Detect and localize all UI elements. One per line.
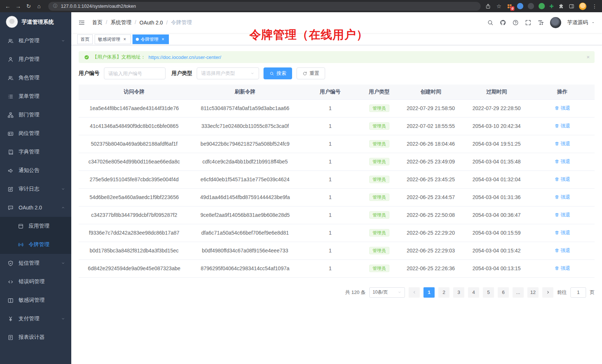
page-button-1[interactable]: 1 <box>423 287 435 298</box>
fullscreen-icon[interactable] <box>525 19 531 26</box>
bookmark-star-icon[interactable]: ☆ <box>495 1 502 11</box>
sidebar-item-errcode[interactable]: 错误码管理 <box>0 272 71 291</box>
address-bar[interactable]: ⓘ 127.0.0.1:1024/system/oauth2/token <box>48 2 481 11</box>
next-page-button[interactable] <box>542 287 553 298</box>
extension-blue-icon[interactable] <box>517 3 523 9</box>
force-logout-button[interactable]: 强退 <box>554 123 570 129</box>
sidebar-item-sms[interactable]: 短信管理 <box>0 254 71 272</box>
prev-page-button[interactable] <box>409 287 420 298</box>
page-button-2[interactable]: 2 <box>438 287 449 298</box>
site-info-icon[interactable]: ⓘ <box>53 3 58 9</box>
sidebar-item-pay[interactable]: 支付管理 <box>0 310 71 328</box>
collapse-menu-icon[interactable] <box>78 19 85 26</box>
browser-back-icon[interactable]: ← <box>3 1 13 11</box>
list-icon <box>7 93 14 100</box>
user-id-cell: 1 <box>301 117 360 135</box>
sidebar-item-label: 字典管理 <box>19 149 65 155</box>
sidebar-item-sensitive[interactable]: 敏感词管理 <box>0 291 71 310</box>
sidebar-item-tenant[interactable]: 租户管理 <box>0 32 71 50</box>
columns-icon <box>7 297 14 304</box>
help-icon[interactable] <box>512 19 519 26</box>
browser-menu-icon[interactable]: ⋮ <box>591 3 598 9</box>
user-id-cell: 1 <box>301 224 360 242</box>
megaphone-icon <box>7 168 14 174</box>
font-size-icon[interactable] <box>537 19 544 26</box>
breadcrumb-item-oauth2[interactable]: OAuth 2.0 <box>140 20 171 26</box>
browser-forward-icon[interactable]: → <box>13 1 23 11</box>
sidebar-item-menu[interactable]: 菜单管理 <box>0 87 71 106</box>
doc-icon <box>7 334 14 341</box>
side-panel-icon[interactable] <box>569 3 575 9</box>
force-logout-button[interactable]: 强退 <box>554 265 570 272</box>
reset-button[interactable]: 重置 <box>297 67 325 79</box>
page-size-select[interactable]: 10条/页 <box>369 287 405 298</box>
alert-close-icon[interactable]: × <box>586 54 590 60</box>
user-id-input[interactable] <box>104 67 166 79</box>
extension-cross-icon[interactable]: ✚ <box>549 3 554 9</box>
tab-close-icon[interactable]: × <box>160 37 166 42</box>
page-button-5[interactable]: 5 <box>483 287 494 298</box>
expires-at-cell: 2054-03-04 00:15:42 <box>463 242 530 259</box>
force-logout-button[interactable]: 强退 <box>554 105 570 112</box>
tab-close-icon[interactable]: × <box>122 37 127 42</box>
browser-profile-avatar[interactable] <box>579 3 586 10</box>
extensions-puzzle-icon[interactable] <box>558 3 564 9</box>
username[interactable]: 芋道源码 <box>567 19 588 26</box>
sidebar-item-label: 支付管理 <box>19 315 56 322</box>
page-button-4[interactable]: 4 <box>468 287 479 298</box>
sidebar-item-oauth2[interactable]: OAuth 2.0 <box>0 198 71 217</box>
user-avatar[interactable] <box>550 17 561 28</box>
page-button-...[interactable]: ... <box>513 287 524 298</box>
force-logout-button[interactable]: 强退 <box>554 229 570 236</box>
tab-0[interactable]: 首页 <box>77 34 93 44</box>
sidebar-item-label: 用户管理 <box>19 56 65 63</box>
breadcrumb-item-current: 令牌管理 <box>171 19 192 26</box>
page-button-6[interactable]: 6 <box>498 287 509 298</box>
breadcrumb-item-system[interactable]: 系统管理 <box>111 19 140 26</box>
force-logout-button[interactable]: 强退 <box>554 194 570 201</box>
force-logout-button[interactable]: 强退 <box>554 176 570 183</box>
sidebar-item-label: 应用管理 <box>29 223 65 229</box>
extension-dark-icon[interactable] <box>528 3 534 9</box>
created-at-cell: 2022-06-25 23:45:25 <box>399 171 463 188</box>
page-button-12[interactable]: 12 <box>527 287 539 298</box>
goto-page-input[interactable] <box>570 287 586 298</box>
trash-icon <box>554 177 559 182</box>
trash-icon <box>554 248 559 253</box>
sidebar-item-user[interactable]: 用户管理 <box>0 50 71 69</box>
breadcrumb-item-home[interactable]: 首页 <box>92 19 111 26</box>
tab-2[interactable]: 令牌管理× <box>132 34 169 44</box>
sidebar-item-oauth2-app[interactable]: 应用管理 <box>0 217 71 235</box>
force-logout-button[interactable]: 强退 <box>554 212 570 218</box>
doc-link[interactable]: https://doc.iocoder.cn/user-center/ <box>148 54 221 60</box>
sidebar-item-report[interactable]: 报表设计器 <box>0 328 71 347</box>
force-logout-button[interactable]: 强退 <box>554 140 570 147</box>
sidebar-item-role[interactable]: 角色管理 <box>0 69 71 87</box>
page-button-3[interactable]: 3 <box>453 287 464 298</box>
github-icon[interactable] <box>500 19 506 26</box>
user-type-select[interactable]: 请选择用户类型 <box>197 67 259 79</box>
filter-bar: 用户编号 用户类型 请选择用户类型 搜索 重置 <box>79 67 595 79</box>
browser-home-icon[interactable]: ⌂ <box>34 1 44 11</box>
sidebar-item-oauth2-token[interactable]: 令牌管理 <box>0 235 71 254</box>
chevron-down-icon <box>61 39 65 43</box>
browser-reload-icon[interactable]: ↻ <box>24 1 33 11</box>
sidebar-item-audit[interactable]: 审计日志 <box>0 180 71 198</box>
extension-grid-icon[interactable]: 0 <box>507 3 513 9</box>
user-caret-down-icon[interactable] <box>591 20 595 25</box>
tab-1[interactable]: 敏感词管理× <box>95 34 131 44</box>
access-token-cell: 502375b8040a469a9b82188afdf6af1f <box>79 135 190 153</box>
search-button[interactable]: 搜索 <box>264 67 292 79</box>
sidebar-item-dict[interactable]: 字典管理 <box>0 143 71 161</box>
sidebar-item-dept[interactable]: 部门管理 <box>0 106 71 124</box>
force-logout-button[interactable]: 强退 <box>554 158 570 165</box>
force-logout-button[interactable]: 强退 <box>554 247 570 254</box>
search-icon[interactable] <box>487 19 494 26</box>
sidebar-item-label: 角色管理 <box>19 75 65 81</box>
extension-green-icon[interactable] <box>539 3 545 9</box>
sidebar-item-notice[interactable]: 通知公告 <box>0 161 71 180</box>
expires-at-cell: 2054-03-04 01:32:04 <box>463 171 530 188</box>
sidebar-item-post[interactable]: 岗位管理 <box>0 124 71 143</box>
share-icon[interactable] <box>485 3 491 9</box>
chevron-left-icon <box>412 290 417 295</box>
